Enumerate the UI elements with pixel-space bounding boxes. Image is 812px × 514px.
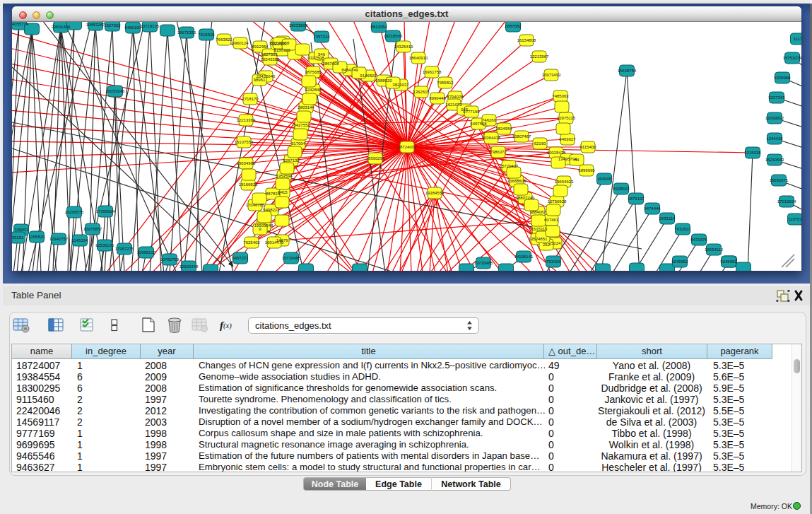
svg-text:753426: 753426	[546, 259, 561, 264]
svg-text:746266: 746266	[482, 118, 497, 122]
svg-text:7955812: 7955812	[437, 81, 454, 85]
svg-text:9146821: 9146821	[360, 74, 377, 78]
svg-text:18640910: 18640910	[409, 56, 428, 60]
svg-text:2803144: 2803144	[298, 105, 314, 110]
svg-text:8454749: 8454749	[341, 68, 358, 72]
svg-text:9329966: 9329966	[774, 76, 791, 80]
svg-text:3824554: 3824554	[495, 127, 512, 131]
svg-text:6466160: 6466160	[124, 25, 141, 30]
svg-text:62160: 62160	[534, 141, 546, 146]
svg-text:10688609: 10688609	[507, 179, 526, 183]
svg-text:607461: 607461	[544, 218, 559, 222]
svg-text:16961758: 16961758	[423, 70, 442, 74]
svg-text:(x): (x)	[223, 322, 232, 330]
svg-text:16914479: 16914479	[265, 240, 284, 245]
svg-text:10719135: 10719135	[141, 24, 160, 28]
svg-text:9242848: 9242848	[305, 88, 322, 92]
svg-text:8938923: 8938923	[613, 187, 630, 191]
svg-text:6879197: 6879197	[628, 197, 645, 201]
svg-text:15692971: 15692971	[770, 178, 789, 182]
svg-text:3267130: 3267130	[283, 158, 300, 163]
svg-text:15720407: 15720407	[500, 164, 519, 168]
svg-text:3884067: 3884067	[529, 210, 546, 214]
svg-text:14055714: 14055714	[12, 22, 29, 26]
svg-text:6794028: 6794028	[447, 95, 464, 99]
svg-text:8186323: 8186323	[273, 48, 290, 52]
svg-text:7485063: 7485063	[552, 94, 569, 98]
svg-text:18724007: 18724007	[398, 145, 417, 149]
svg-text:25224: 25224	[549, 241, 561, 245]
svg-text:10653267: 10653267	[86, 23, 105, 27]
svg-text:9227343: 9227343	[768, 95, 785, 100]
svg-text:7625402: 7625402	[243, 240, 260, 245]
svg-text:12093822: 12093822	[765, 116, 784, 120]
svg-text:9245652: 9245652	[720, 259, 737, 264]
svg-text:12213967: 12213967	[530, 54, 549, 59]
svg-text:9245652: 9245652	[671, 259, 688, 264]
svg-text:1145194: 1145194	[72, 238, 89, 243]
svg-text:13716485: 13716485	[474, 261, 493, 265]
svg-text:9474444: 9474444	[644, 206, 661, 211]
svg-text:887833: 887833	[266, 192, 281, 196]
svg-text:9457271: 9457271	[232, 256, 249, 260]
svg-text:7357224: 7357224	[313, 35, 330, 39]
svg-text:1527602: 1527602	[104, 23, 121, 28]
svg-text:1621072: 1621072	[445, 103, 462, 107]
svg-text:14325419: 14325419	[394, 45, 413, 49]
svg-text:16107553: 16107553	[235, 140, 254, 144]
svg-text:2718170: 2718170	[242, 97, 259, 101]
svg-text:9327503: 9327503	[261, 52, 278, 57]
svg-text:20053346: 20053346	[106, 89, 125, 93]
svg-text:16033809: 16033809	[289, 23, 308, 28]
svg-text:15751074: 15751074	[783, 56, 801, 60]
svg-text:1362615: 1362615	[413, 90, 430, 94]
svg-text:12213369: 12213369	[237, 118, 256, 122]
svg-text:18300295: 18300295	[366, 156, 385, 160]
svg-text:252: 252	[543, 243, 551, 247]
svg-text:7515526: 7515526	[198, 33, 215, 37]
svg-text:10973493: 10973493	[542, 73, 561, 77]
svg-text:8813054: 8813054	[370, 25, 387, 29]
svg-text:8471676: 8471676	[690, 238, 707, 242]
svg-text:16671355: 16671355	[177, 30, 196, 35]
svg-text:1117: 1117	[794, 37, 801, 41]
svg-text:9960124: 9960124	[232, 41, 249, 45]
svg-text:2867608: 2867608	[322, 62, 339, 66]
svg-text:16210643: 16210643	[765, 158, 784, 162]
svg-text:19166825: 19166825	[239, 182, 258, 187]
svg-text:1156829: 1156829	[29, 235, 46, 239]
svg-text:3822037: 3822037	[392, 83, 409, 87]
svg-text:10807487: 10807487	[512, 134, 531, 139]
svg-text:7663822: 7663822	[216, 37, 233, 42]
svg-text:12942757: 12942757	[49, 237, 69, 241]
svg-text:17046785: 17046785	[246, 203, 265, 207]
svg-text:9777169: 9777169	[463, 110, 480, 114]
svg-text:2887682: 2887682	[505, 24, 522, 28]
svg-text:13524851: 13524851	[529, 237, 548, 241]
svg-text:9463627: 9463627	[559, 137, 576, 141]
svg-text:10756928: 10756928	[548, 199, 567, 204]
svg-text:20364436: 20364436	[482, 136, 501, 140]
svg-text:12923448: 12923448	[180, 264, 199, 269]
svg-text:64: 64	[575, 158, 579, 162]
svg-text:19384554: 19384554	[425, 191, 445, 195]
svg-text:16648784: 16648784	[618, 69, 637, 73]
svg-text:8912954: 8912954	[252, 45, 269, 49]
svg-text:1615113: 1615113	[531, 227, 548, 231]
svg-text:53226058: 53226058	[271, 41, 290, 45]
svg-text:15716485: 15716485	[282, 256, 301, 260]
svg-text:17359924: 17359924	[96, 209, 115, 214]
svg-text:16543382: 16543382	[261, 57, 280, 62]
svg-text:15909948: 15909948	[254, 223, 273, 228]
svg-text:12505135: 12505135	[95, 243, 114, 247]
svg-text:2935114: 2935114	[659, 216, 676, 221]
svg-text:19654923: 19654923	[555, 180, 574, 184]
svg-text:98961: 98961	[254, 78, 266, 82]
svg-text:1588520: 1588520	[375, 78, 392, 83]
svg-text:917004: 917004	[291, 141, 306, 146]
svg-text:116753: 116753	[788, 217, 801, 221]
svg-text:39151: 39151	[12, 235, 24, 240]
svg-text:745001: 745001	[14, 228, 29, 232]
svg-text:17957275: 17957275	[115, 247, 134, 251]
svg-text:10025438: 10025438	[547, 151, 566, 155]
